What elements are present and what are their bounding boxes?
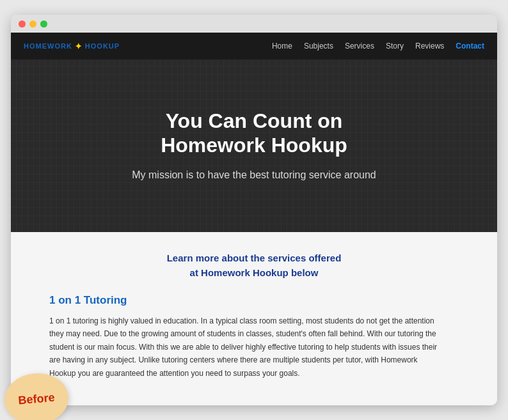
hero-section: You Can Count on Homework Hookup My miss… xyxy=(11,59,497,232)
nav-reviews[interactable]: Reviews xyxy=(415,42,444,51)
hero-content: You Can Count on Homework Hookup My miss… xyxy=(132,109,376,183)
nav-home[interactable]: Home xyxy=(272,42,292,51)
hero-subtitle: My mission is to have the best tutoring … xyxy=(132,167,376,183)
browser-content: HOMEWORK ✦ HOOKUP Home Subjects Services… xyxy=(11,33,497,405)
browser-window: HOMEWORK ✦ HOOKUP Home Subjects Services… xyxy=(11,15,497,405)
tagline-line1: Learn more about the services offered xyxy=(167,253,342,263)
site-nav: HOMEWORK ✦ HOOKUP Home Subjects Services… xyxy=(11,33,497,59)
content-section: Learn more about the services offered at… xyxy=(11,232,497,405)
hero-title-line1: You Can Count on xyxy=(166,109,343,132)
logo-star: ✦ xyxy=(75,42,83,51)
tagline-line2: at Homework Hookup below xyxy=(190,267,319,278)
logo-text-left: HOMEWORK xyxy=(24,42,72,50)
maximize-button[interactable] xyxy=(40,20,47,27)
site-logo: HOMEWORK ✦ HOOKUP xyxy=(24,42,120,51)
nav-contact[interactable]: Contact xyxy=(456,42,484,51)
section-tagline: Learn more about the services offered at… xyxy=(49,251,459,280)
service-title: 1 on 1 Tutoring xyxy=(49,294,459,307)
nav-story[interactable]: Story xyxy=(386,42,404,51)
nav-links: Home Subjects Services Story Reviews Con… xyxy=(272,42,484,51)
nav-subjects[interactable]: Subjects xyxy=(304,42,333,51)
hero-title: You Can Count on Homework Hookup xyxy=(132,109,376,158)
minimize-button[interactable] xyxy=(29,20,36,27)
title-bar xyxy=(11,15,497,33)
nav-services[interactable]: Services xyxy=(345,42,374,51)
service-text: 1 on 1 tutoring is highly valued in educ… xyxy=(49,315,446,380)
close-button[interactable] xyxy=(19,20,26,27)
before-label: Before xyxy=(18,391,56,407)
logo-text-right: HOOKUP xyxy=(85,42,120,50)
hero-title-line2: Homework Hookup xyxy=(161,134,347,157)
